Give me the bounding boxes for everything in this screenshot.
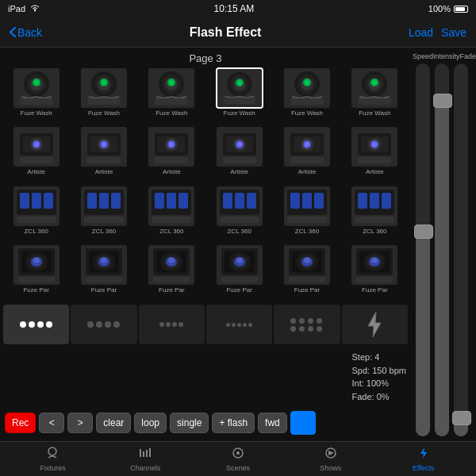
- fixture-item[interactable]: Artiste: [274, 126, 340, 183]
- svg-rect-14: [87, 98, 121, 105]
- fixture-thumbnail: [216, 244, 263, 286]
- fixture-item[interactable]: Fuze Par: [274, 244, 340, 301]
- svg-rect-114: [287, 217, 327, 223]
- intensity-slider-thumb[interactable]: [433, 94, 452, 108]
- svg-point-6: [34, 80, 39, 85]
- next-button[interactable]: >: [67, 413, 93, 433]
- nav-actions: Load Save: [409, 26, 466, 39]
- tab-scenes[interactable]: Scenes: [192, 447, 285, 472]
- single-button[interactable]: single: [170, 413, 209, 433]
- svg-rect-94: [99, 193, 109, 209]
- fixture-item[interactable]: Fuze Wash: [206, 67, 272, 125]
- fixture-item[interactable]: Artiste: [3, 126, 69, 183]
- speed-slider-thumb[interactable]: [414, 225, 433, 239]
- fixture-item[interactable]: ZCL 360: [342, 186, 408, 243]
- fixture-thumbnail: [283, 244, 331, 286]
- fixture-thumbnail: [216, 126, 263, 167]
- battery-icon: [454, 6, 468, 13]
- color-button[interactable]: [290, 411, 316, 435]
- svg-rect-128: [18, 277, 55, 282]
- pattern-item[interactable]: [206, 305, 272, 344]
- svg-rect-84: [358, 157, 391, 163]
- svg-rect-108: [220, 217, 259, 223]
- speed-slider[interactable]: [416, 63, 430, 436]
- fixture-thumbnail: [351, 67, 398, 109]
- pattern-item[interactable]: [274, 305, 340, 344]
- fixture-item[interactable]: Fuze Par: [3, 244, 69, 301]
- fixture-item[interactable]: Fuze Wash: [274, 67, 340, 125]
- page-title: Flash Effect: [190, 25, 262, 40]
- fixture-item[interactable]: ZCL 360: [206, 186, 272, 243]
- clear-button[interactable]: clear: [96, 413, 131, 433]
- fixture-thumbnail: [148, 67, 195, 109]
- back-label: Back: [17, 26, 42, 39]
- fixture-item[interactable]: Fuze Par: [139, 244, 205, 301]
- pattern-item[interactable]: [71, 305, 136, 344]
- svg-rect-63: [155, 157, 188, 163]
- fixture-item[interactable]: ZCL 360: [139, 186, 205, 243]
- fixture-item[interactable]: Artiste: [206, 126, 272, 183]
- pattern-item[interactable]: [139, 305, 205, 344]
- svg-rect-112: [302, 193, 312, 209]
- save-button[interactable]: Save: [441, 26, 466, 39]
- fixture-thumbnail: [80, 244, 128, 286]
- svg-rect-120: [355, 217, 394, 223]
- fixture-item[interactable]: Fuze Wash: [139, 67, 205, 125]
- fixture-item[interactable]: Fuze Par: [71, 244, 136, 301]
- svg-point-48: [34, 142, 39, 147]
- svg-rect-93: [87, 193, 97, 209]
- fixture-label: Fuze Par: [159, 286, 184, 294]
- svg-point-135: [101, 257, 107, 263]
- prev-button[interactable]: <: [39, 413, 64, 433]
- svg-rect-49: [20, 157, 53, 163]
- svg-rect-172: [146, 450, 148, 457]
- fixture-item[interactable]: Fuze Par: [206, 244, 272, 301]
- speed-header: Speed: [413, 52, 433, 60]
- fixture-label: Artiste: [95, 168, 113, 175]
- fixture-item[interactable]: Fuze Wash: [71, 67, 136, 125]
- shows-icon: [324, 447, 338, 463]
- fade-slider[interactable]: [454, 63, 468, 436]
- fixture-label: ZCL 360: [92, 228, 116, 235]
- fixture-item[interactable]: Fuze Wash: [342, 67, 408, 125]
- svg-rect-89: [44, 193, 53, 209]
- fixture-label: Artiste: [163, 168, 181, 175]
- svg-point-159: [304, 257, 310, 263]
- tab-fixtures[interactable]: Fixtures: [6, 447, 99, 472]
- loop-button[interactable]: loop: [134, 413, 167, 433]
- pattern-item-lightning[interactable]: [342, 305, 408, 344]
- fixture-item[interactable]: Artiste: [139, 126, 205, 183]
- rec-button[interactable]: Rec: [5, 413, 36, 433]
- tab-shows[interactable]: Shows: [284, 447, 377, 472]
- fixture-item[interactable]: Artiste: [71, 126, 136, 183]
- tab-channels-label: Channels: [130, 464, 160, 472]
- intensity-slider[interactable]: [435, 63, 449, 436]
- effects-icon: [416, 447, 431, 463]
- tab-effects[interactable]: Effects: [377, 447, 470, 472]
- step-label: Step: 4: [352, 351, 407, 364]
- fixture-label: Fuze Wash: [291, 109, 323, 117]
- back-button[interactable]: Back: [10, 26, 42, 39]
- svg-rect-107: [247, 193, 256, 209]
- fixture-thumbnail: [351, 244, 398, 286]
- fixture-thumbnail: [13, 126, 60, 167]
- fixture-item[interactable]: Fuze Wash: [3, 67, 69, 125]
- fixture-item[interactable]: ZCL 360: [274, 186, 340, 243]
- fixture-item[interactable]: ZCL 360: [71, 186, 136, 243]
- fixture-thumbnail: [148, 244, 195, 286]
- fixture-item[interactable]: Artiste: [342, 126, 408, 183]
- tab-channels[interactable]: Channels: [99, 447, 192, 472]
- load-button[interactable]: Load: [409, 26, 433, 39]
- svg-rect-102: [152, 217, 191, 223]
- intensity-label: Int: 100%: [352, 377, 407, 390]
- fixture-label: ZCL 360: [295, 228, 319, 235]
- plus-flash-button[interactable]: + flash: [212, 413, 255, 433]
- fixture-label: Fuze Par: [91, 286, 117, 294]
- fwd-button[interactable]: fwd: [258, 413, 287, 433]
- pattern-item[interactable]: [3, 305, 69, 344]
- fixture-thumbnail: [80, 67, 128, 109]
- fixture-item[interactable]: ZCL 360: [3, 186, 69, 243]
- fixture-item[interactable]: Fuze Par: [342, 244, 408, 301]
- fade-slider-thumb[interactable]: [452, 411, 471, 425]
- fixture-thumbnail: [13, 186, 60, 227]
